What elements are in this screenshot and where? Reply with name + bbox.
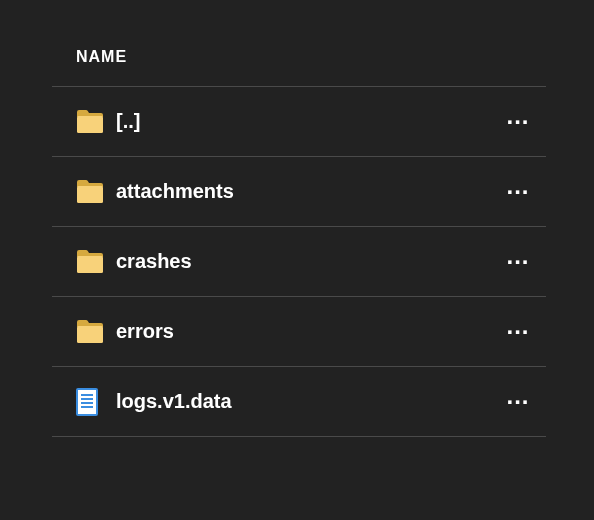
svg-rect-1 [77,186,103,203]
more-icon: ... [506,104,529,128]
svg-rect-3 [77,326,103,343]
more-icon: ... [506,314,529,338]
more-actions-button[interactable]: ... [498,390,538,414]
more-icon: ... [506,244,529,268]
more-actions-button[interactable]: ... [498,110,538,134]
file-listing: NAME [..]... attachments... crashes... e… [0,0,594,477]
file-name: attachments [116,180,498,203]
column-header-name: NAME [52,40,546,87]
file-icon [76,388,116,416]
file-row[interactable]: errors... [52,297,546,367]
folder-icon [76,320,116,344]
file-name: [..] [116,110,498,133]
more-actions-button[interactable]: ... [498,250,538,274]
folder-icon [76,250,116,274]
more-actions-button[interactable]: ... [498,320,538,344]
file-row[interactable]: attachments... [52,157,546,227]
file-name: errors [116,320,498,343]
folder-icon [76,180,116,204]
more-icon: ... [506,174,529,198]
file-row[interactable]: logs.v1.data... [52,367,546,437]
file-row[interactable]: [..]... [52,87,546,157]
svg-rect-2 [77,256,103,273]
folder-icon [76,110,116,134]
more-actions-button[interactable]: ... [498,180,538,204]
more-icon: ... [506,384,529,408]
file-name: crashes [116,250,498,273]
file-name: logs.v1.data [116,390,498,413]
svg-rect-0 [77,116,103,133]
file-row[interactable]: crashes... [52,227,546,297]
